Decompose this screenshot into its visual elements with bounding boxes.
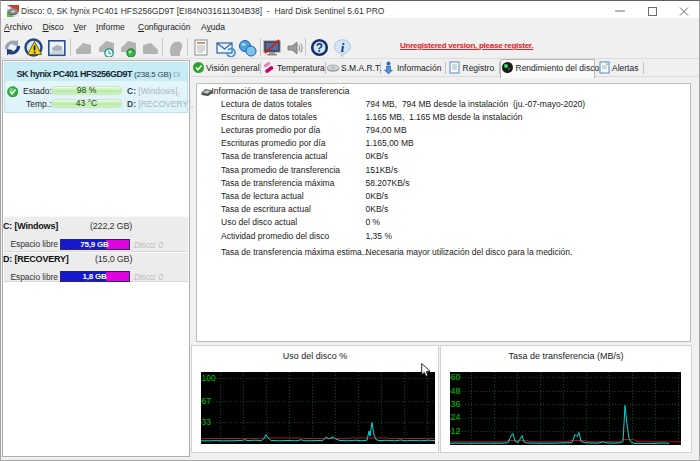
svg-text:48: 48 [450,386,460,396]
svg-text:100: 100 [202,373,216,383]
svg-text:33: 33 [202,417,212,427]
svg-text:67: 67 [202,396,212,406]
svg-text:36: 36 [450,399,460,409]
svg-text:i: i [341,40,345,55]
svg-text:12: 12 [450,426,460,436]
svg-text:?: ? [316,41,323,55]
svg-text:24: 24 [450,412,460,422]
svg-text:60: 60 [450,372,460,382]
